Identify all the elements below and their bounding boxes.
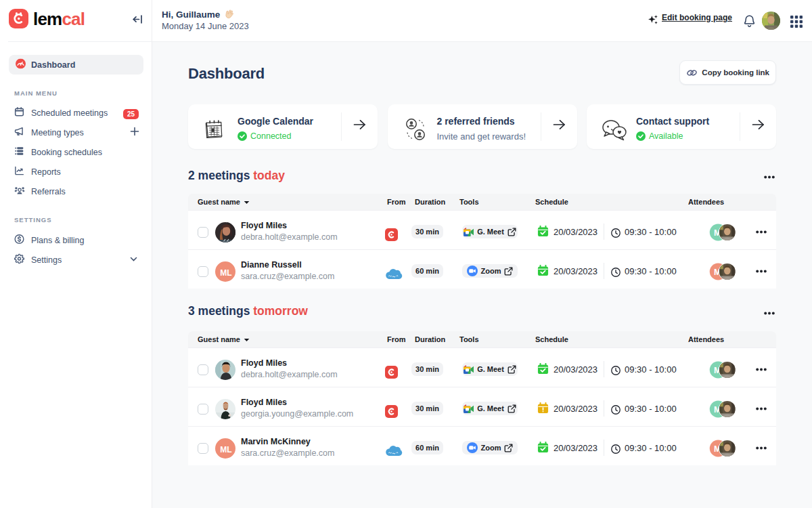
svg-text:ML: ML	[220, 445, 231, 454]
svg-text:ML: ML	[220, 268, 231, 278]
